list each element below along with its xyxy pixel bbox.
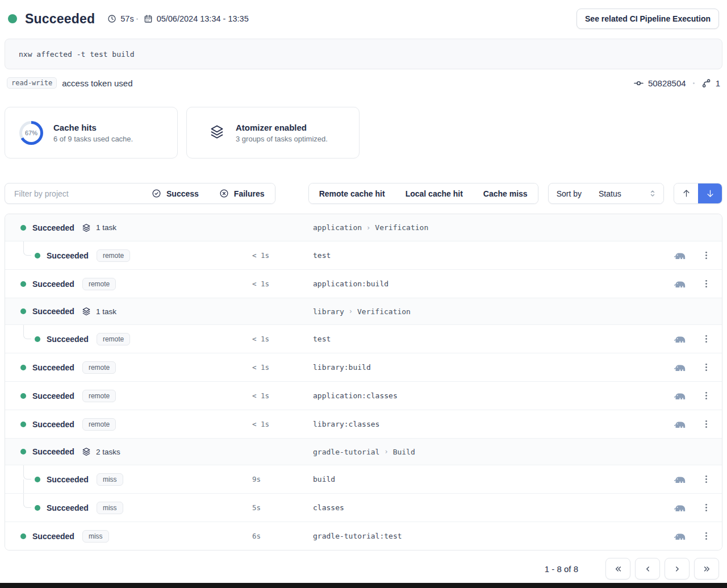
task-row[interactable]: Succeeded remote < 1s library:classes	[5, 410, 722, 438]
pagination-last-button[interactable]	[694, 558, 719, 579]
task-status-label: Succeeded	[47, 475, 89, 484]
row-menu-kebab-icon[interactable]	[702, 391, 711, 401]
task-row[interactable]: Succeeded 2 tasks gradle-tutorial › Buil…	[5, 438, 722, 465]
task-row[interactable]: Succeeded miss 6s gradle-tutorial:test	[5, 522, 722, 550]
task-duration: 6s	[252, 532, 261, 540]
task-row[interactable]: Succeeded remote < 1s application:classe…	[5, 381, 722, 410]
task-group-project: application	[313, 223, 362, 232]
pagination: 1 - 8 of 8	[5, 558, 722, 579]
gradle-elephant-icon[interactable]	[672, 251, 686, 261]
gradle-elephant-icon[interactable]	[672, 531, 686, 541]
commit-id: 50828504	[648, 78, 686, 88]
atomizer-subtitle: 3 groups of tasks optimized.	[236, 135, 328, 143]
chevron-separator: ›	[349, 307, 353, 315]
dot-separator	[136, 18, 138, 20]
sort-descending-button[interactable]	[698, 184, 722, 203]
task-status-label: Succeeded	[47, 503, 89, 512]
cache-status-badge: miss	[97, 502, 123, 514]
tree-connector-line	[23, 241, 31, 256]
dot-separator	[693, 82, 695, 84]
task-count-label: 1 task	[96, 223, 116, 232]
arrow-up-icon	[682, 189, 691, 198]
gradle-elephant-icon[interactable]	[672, 503, 686, 513]
branch-icon	[701, 78, 711, 88]
run-date-range: 05/06/2024 13:34 - 13:35	[144, 14, 249, 23]
task-row[interactable]: Succeeded miss 9s build	[5, 465, 722, 493]
task-status-dot	[20, 533, 26, 539]
task-row[interactable]: Succeeded remote < 1s application:build	[5, 269, 722, 298]
task-row[interactable]: Succeeded remote < 1s test	[5, 241, 722, 269]
tree-connector-line	[23, 325, 31, 339]
task-row[interactable]: Succeeded 1 task application › Verificat…	[5, 214, 722, 241]
row-menu-kebab-icon[interactable]	[702, 531, 711, 541]
task-row[interactable]: Succeeded remote < 1s test	[5, 324, 722, 353]
layers-icon	[81, 223, 91, 233]
filter-by-project-input[interactable]	[5, 184, 141, 203]
sort-select[interactable]: Status	[590, 184, 663, 203]
task-status-label: Succeeded	[32, 447, 74, 456]
task-list: Succeeded 1 task application › Verificat…	[5, 214, 722, 551]
row-menu-kebab-icon[interactable]	[702, 251, 711, 260]
failures-filter-button[interactable]: Failures	[209, 184, 275, 203]
gradle-elephant-icon[interactable]	[672, 419, 686, 429]
pagination-next-button[interactable]	[665, 558, 690, 579]
commit-icon	[634, 78, 644, 88]
task-name: test	[313, 335, 331, 343]
row-menu-kebab-icon[interactable]	[702, 334, 711, 344]
task-row[interactable]: Succeeded miss 5s classes	[5, 493, 722, 522]
task-name: library:classes	[313, 420, 379, 428]
calendar-icon	[144, 14, 153, 23]
run-date-range-value: 05/06/2024 13:34 - 13:35	[157, 14, 249, 23]
task-row[interactable]: Succeeded remote < 1s library:build	[5, 353, 722, 381]
task-name: application:build	[313, 280, 388, 288]
check-circle-icon	[152, 189, 161, 198]
cache-hits-percent: 67%	[25, 130, 37, 136]
chevron-right-icon	[672, 564, 682, 574]
task-duration: 9s	[252, 475, 261, 483]
task-group-target: Verification	[375, 223, 428, 232]
chevron-separator: ›	[384, 448, 388, 456]
run-command: nxw affected -t test build	[5, 39, 722, 69]
project-filter-group: Success Failures	[5, 183, 275, 204]
row-menu-kebab-icon[interactable]	[702, 419, 711, 429]
row-menu-kebab-icon[interactable]	[702, 474, 711, 484]
filter-bar: Success Failures Remote cache hit Local …	[5, 183, 722, 204]
pagination-first-button[interactable]	[605, 558, 630, 579]
branch-count: 1	[716, 78, 720, 88]
gradle-elephant-icon[interactable]	[672, 391, 686, 401]
see-related-ci-pipeline-button[interactable]: See related CI Pipeline Execution	[576, 9, 719, 29]
row-menu-kebab-icon[interactable]	[702, 503, 711, 512]
row-menu-kebab-icon[interactable]	[702, 362, 711, 372]
success-filter-button[interactable]: Success	[141, 184, 209, 203]
pagination-prev-button[interactable]	[635, 558, 660, 579]
task-status-dot	[35, 253, 40, 258]
gradle-elephant-icon[interactable]	[672, 474, 686, 485]
tree-connector-line	[23, 465, 31, 479]
double-chevron-right-icon	[702, 564, 712, 574]
atomizer-title: Atomizer enabled	[236, 123, 328, 132]
gradle-elephant-icon[interactable]	[672, 279, 686, 289]
cache-status-badge: remote	[82, 418, 116, 431]
task-count-label: 2 tasks	[96, 448, 120, 456]
token-row: read-write access token used 50828504 1	[5, 77, 722, 89]
gradle-elephant-icon[interactable]	[672, 362, 686, 373]
task-status-dot	[20, 308, 26, 314]
task-name: classes	[313, 503, 344, 512]
sort-ascending-button[interactable]	[674, 184, 698, 203]
task-duration: < 1s	[252, 420, 269, 428]
cache-miss-button[interactable]: Cache miss	[473, 184, 538, 203]
task-duration: < 1s	[252, 391, 269, 400]
task-name: test	[313, 251, 331, 260]
task-name: application:classes	[313, 391, 398, 400]
cache-status-badge: remote	[82, 361, 116, 374]
task-name: library:build	[313, 363, 371, 372]
remote-cache-hit-button[interactable]: Remote cache hit	[309, 184, 395, 203]
task-row[interactable]: Succeeded 1 task library › Verification	[5, 298, 722, 324]
row-menu-kebab-icon[interactable]	[702, 279, 711, 289]
task-status-dot	[20, 281, 26, 287]
task-duration: < 1s	[252, 280, 269, 288]
gradle-elephant-icon[interactable]	[672, 334, 686, 344]
cache-status-badge: remote	[82, 390, 116, 402]
sort-group: Sort by Status	[548, 183, 664, 204]
local-cache-hit-button[interactable]: Local cache hit	[395, 184, 473, 203]
